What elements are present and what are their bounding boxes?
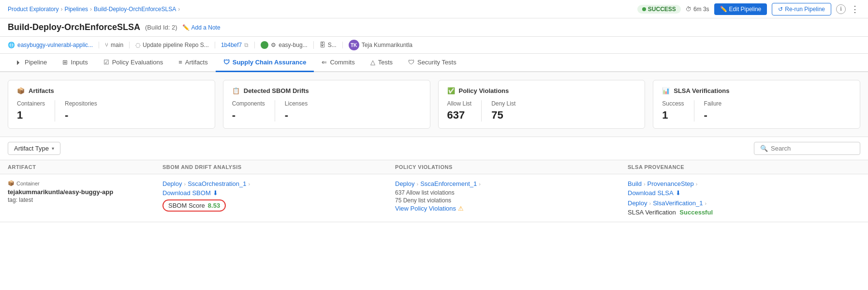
build-id: (Build Id: 2) [145, 24, 177, 31]
green-status-icon [261, 41, 268, 49]
status-text: SUCCESS [648, 6, 676, 13]
tab-artifacts[interactable]: ≡ Artifacts [171, 54, 216, 72]
col-artifact: ARTIFACT [8, 164, 162, 170]
policy-enforcement-link[interactable]: Deploy › SscaEnforcement_1 › [395, 180, 628, 187]
security-icon: 🛡 [408, 59, 414, 66]
meta-service2: 🗄 S... [320, 42, 343, 48]
tab-commits[interactable]: ⇐ Commits [314, 54, 362, 72]
tab-policy-label: Policy Evaluations [112, 59, 163, 66]
slsa-provenance-link[interactable]: Build › ProvenanceStep › [628, 180, 860, 187]
tab-policy-evaluations[interactable]: ☑ Policy Evaluations [96, 54, 171, 72]
warning-icon: ⚠ [458, 205, 464, 212]
download-icon: ⬇ [213, 189, 218, 197]
artifact-cell: 📦 Container tejakummarikuntla/easy-buggy… [8, 180, 162, 203]
branch-icon: ⑂ [105, 42, 108, 48]
deny-list-value: 75 [491, 109, 515, 122]
meta-commit-msg: ◌ Update pipeline Repo S... [135, 42, 215, 48]
download-slsa-link[interactable]: Download SLSA ⬇ [628, 189, 860, 197]
sbom-orchestration-link[interactable]: Deploy › SscaOrchestration_1 › [162, 180, 395, 187]
status-dot [642, 7, 646, 11]
download-sbom-link[interactable]: Download SBOM ⬇ [162, 189, 395, 197]
view-policy-violations-link[interactable]: View Policy Violations ⚠ [395, 205, 628, 212]
containers-value: 1 [17, 109, 45, 122]
filter-bar: Artifact Type ▾ 🔍 [0, 137, 868, 160]
slsa-link3-text: Deploy [628, 199, 647, 207]
info-icon[interactable]: ℹ [836, 4, 846, 14]
nav-tabs: ⏵ Pipeline ⊞ Inputs ☑ Policy Evaluations… [0, 54, 868, 72]
table-header: ARTIFACT SBOM AND DRIFT ANALYSIS POLICY … [0, 160, 868, 174]
card-slsa-label: SLSA Verifications [674, 87, 729, 94]
tab-supply-chain[interactable]: 🛡 Supply Chain Assurance [216, 54, 314, 72]
service2: S... [328, 42, 337, 48]
download-sbom-label: Download SBOM [162, 189, 211, 197]
meta-user: TK Teja Kummarikuntla [349, 40, 418, 50]
search-box[interactable]: 🔍 [754, 142, 860, 155]
slsa-link1-text: Build [628, 180, 642, 187]
user-name: Teja Kummarikuntla [362, 42, 412, 48]
allow-list-label: Allow List [447, 100, 472, 107]
slsa-failure-value: - [704, 109, 722, 122]
breadcrumb: Product Exploratory › Pipelines › Build-… [8, 6, 180, 13]
chevron2-icon: › [249, 181, 250, 187]
meta-repo: 🌐 easybuggy-vulnerabl-applic... [8, 42, 99, 48]
container-icon: 📦 [8, 180, 15, 186]
slsa-success-label: Success [662, 100, 684, 107]
slsa-verification-link[interactable]: Deploy › SlsaVerification_1 › [628, 199, 860, 207]
edit-pipeline-button[interactable]: ✏️ Edit Pipeline [714, 3, 767, 15]
card-slsa-title: 📊 SLSA Verifications [662, 87, 851, 94]
col-policy: POLICY VIOLATIONS [395, 164, 628, 170]
tab-inputs[interactable]: ⊞ Inputs [55, 54, 95, 72]
drift-icon: 📋 [232, 87, 240, 94]
artifact-type-dropdown[interactable]: Artifact Type ▾ [8, 142, 60, 155]
policy-chevron2-icon: › [479, 181, 481, 187]
chevron-down-icon: ▾ [52, 146, 54, 151]
card-artifacts-label: Artifacts [29, 87, 54, 94]
slsa-success-value: 1 [662, 109, 684, 122]
policy-check-icon: ✅ [447, 87, 455, 94]
meta-bar: 🌐 easybuggy-vulnerabl-applic... ⑂ main ◌… [0, 37, 868, 54]
card-sbom-drifts: 📋 Detected SBOM Drifts Components - Lice… [223, 80, 430, 129]
more-options-icon[interactable]: ⋮ [851, 4, 860, 15]
card-policy-title: ✅ Policy Violations [447, 87, 636, 94]
sbom-score-label: SBOM Score [168, 202, 205, 209]
edit-icon: ✏️ [720, 6, 727, 13]
slsa-verification-status: SLSA Verification Successful [628, 209, 860, 216]
tab-pipeline[interactable]: ⏵ Pipeline [8, 54, 55, 72]
search-input[interactable] [771, 145, 854, 152]
download-slsa-label: Download SLSA [628, 189, 674, 197]
breadcrumb-sep3: › [178, 6, 180, 13]
policy-link1-text: Deploy [395, 180, 414, 187]
tab-tests[interactable]: △ Tests [363, 54, 400, 72]
allow-list-violations: 637 Allow list violations [395, 189, 628, 196]
breadcrumb-product[interactable]: Product Exploratory [8, 6, 59, 13]
chevron1-icon: › [184, 181, 186, 187]
card-policy-violations: ✅ Policy Violations Allow List 637 Deny … [438, 80, 646, 129]
tab-commits-label: Commits [330, 59, 354, 66]
commit-hash[interactable]: 1b4bef7 [221, 42, 242, 48]
meta-status-indicator: ⚙ easy-bug... [261, 41, 313, 49]
rerun-pipeline-button[interactable]: ↺ Re-run Pipeline [772, 3, 831, 15]
copy-icon[interactable]: ⧉ [244, 42, 249, 48]
sbom-link2-text: SscaOrchestration_1 [188, 180, 246, 187]
top-bar: Product Exploratory › Pipelines › Build-… [0, 0, 868, 18]
repo-link[interactable]: easybuggy-vulnerabl-applic... [17, 42, 93, 48]
tab-security-tests[interactable]: 🛡 Security Tests [400, 54, 464, 72]
deny-list-label: Deny List [491, 100, 515, 107]
db-icon: 🗄 [320, 42, 325, 48]
tab-artifacts-label: Artifacts [185, 59, 208, 66]
metric-licenses: Licenses - [285, 100, 308, 122]
artifact-type-label: 📦 Container [8, 180, 162, 186]
add-note-label: Add a Note [191, 24, 221, 31]
slsa-link2-text: ProvenanceStep [647, 180, 694, 187]
licenses-value: - [285, 109, 308, 122]
breadcrumb-build[interactable]: Build-Deploy-OrchEnforceSLSA [94, 6, 176, 13]
commit-message: Update pipeline Repo S... [143, 42, 209, 48]
deny-list-violations: 75 Deny list violations [395, 197, 628, 204]
tab-supply-chain-label: Supply Chain Assurance [233, 59, 307, 66]
metric-components: Components - [232, 100, 265, 122]
tab-inputs-label: Inputs [71, 59, 88, 66]
repos-label: Repositories [65, 100, 97, 107]
sbom-link1-text: Deploy [162, 180, 182, 187]
add-note-link[interactable]: ✏️ Add a Note [182, 24, 221, 31]
breadcrumb-pipelines[interactable]: Pipelines [64, 6, 88, 13]
